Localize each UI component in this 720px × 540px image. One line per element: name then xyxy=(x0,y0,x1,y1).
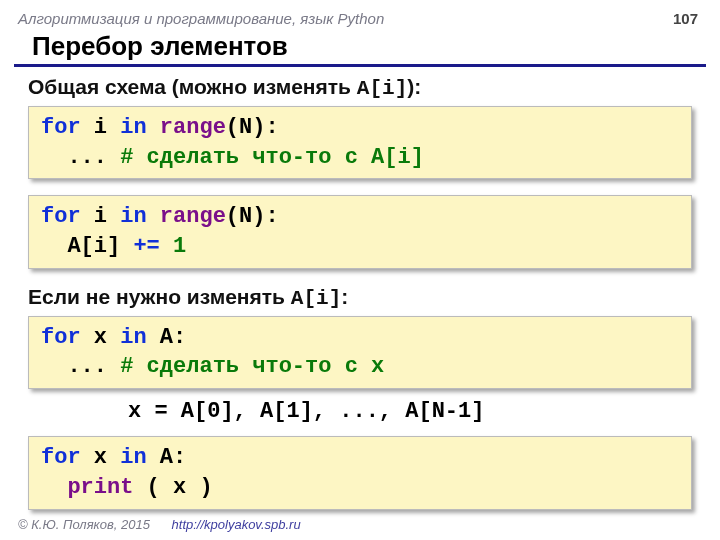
code-text: x xyxy=(81,445,121,470)
code-text: A: xyxy=(147,445,187,470)
comment: # сделать что-то c x xyxy=(120,354,384,379)
kw-in: in xyxy=(120,115,146,140)
code-text: ... xyxy=(41,354,120,379)
code-text: ... xyxy=(41,145,120,170)
subheading-1-suffix: ): xyxy=(407,75,421,98)
subheading-2: Если не нужно изменять A[i]: xyxy=(28,285,692,310)
subheading-2-code: A[i] xyxy=(291,287,341,310)
fn-print: print xyxy=(67,475,133,500)
kw-in: in xyxy=(120,445,146,470)
code-text: x xyxy=(81,325,121,350)
op-plus-eq: += xyxy=(133,234,159,259)
code-block-3: for x in A: ... # сделать что-то c x xyxy=(28,316,692,389)
fn-range: range xyxy=(160,204,226,229)
literal-1: 1 xyxy=(173,234,186,259)
code-text: i xyxy=(81,204,121,229)
code-text xyxy=(147,204,160,229)
kw-for: for xyxy=(41,445,81,470)
kw-in: in xyxy=(120,325,146,350)
code-block-4: for x in A: print ( x ) xyxy=(28,436,692,509)
breadcrumb: Алгоритмизация и программирование, язык … xyxy=(0,0,720,27)
code-block-2: for i in range(N): A[i] += 1 xyxy=(28,195,692,268)
subheading-1: Общая схема (можно изменять A[i]): xyxy=(28,75,692,100)
code-text xyxy=(147,115,160,140)
footer: © К.Ю. Поляков, 2015 http://kpolyakov.sp… xyxy=(18,517,301,532)
code-text xyxy=(160,234,173,259)
code-text: A[i] xyxy=(41,234,133,259)
copyright: © К.Ю. Поляков, 2015 xyxy=(18,517,150,532)
code-text xyxy=(41,475,67,500)
footer-url: http://kpolyakov.spb.ru xyxy=(172,517,301,532)
code-text: (N): xyxy=(226,115,279,140)
page-number: 107 xyxy=(673,10,698,27)
kw-in: in xyxy=(120,204,146,229)
slide-title: Перебор элементов xyxy=(14,27,706,67)
kw-for: for xyxy=(41,204,81,229)
code-text: ( x ) xyxy=(133,475,212,500)
iteration-note: x = A[0], A[1], ..., A[N-1] xyxy=(128,399,692,424)
subheading-1-text: Общая схема (можно изменять xyxy=(28,75,357,98)
kw-for: for xyxy=(41,325,81,350)
fn-range: range xyxy=(160,115,226,140)
code-block-1: for i in range(N): ... # сделать что-то … xyxy=(28,106,692,179)
code-text: i xyxy=(81,115,121,140)
comment: # сделать что-то c A[i] xyxy=(120,145,424,170)
subheading-2-text: Если не нужно изменять xyxy=(28,285,291,308)
subheading-1-code: A[i] xyxy=(357,77,407,100)
kw-for: for xyxy=(41,115,81,140)
subheading-2-suffix: : xyxy=(341,285,348,308)
code-text: A: xyxy=(147,325,187,350)
code-text: (N): xyxy=(226,204,279,229)
